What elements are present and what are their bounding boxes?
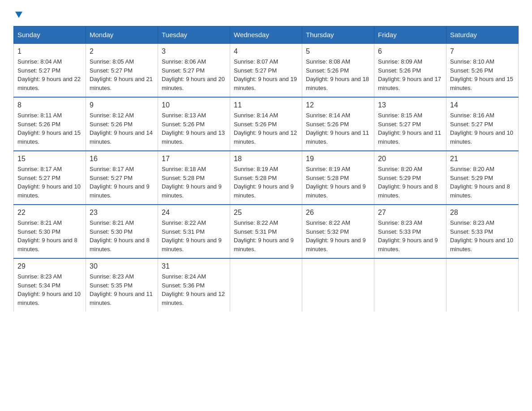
day-number: 9 (90, 101, 154, 109)
day-info: Sunrise: 8:16 AMSunset: 5:27 PMDaylight:… (450, 112, 513, 145)
calendar-cell: 2 Sunrise: 8:05 AMSunset: 5:27 PMDayligh… (86, 43, 158, 97)
day-info: Sunrise: 8:05 AMSunset: 5:27 PMDaylight:… (90, 58, 153, 91)
day-info: Sunrise: 8:17 AMSunset: 5:27 PMDaylight:… (17, 166, 81, 199)
day-number: 10 (162, 101, 226, 109)
day-number: 5 (306, 47, 370, 56)
day-info: Sunrise: 8:10 AMSunset: 5:26 PMDaylight:… (450, 58, 513, 91)
day-number: 4 (234, 47, 298, 56)
calendar-header-row: SundayMondayTuesdayWednesdayThursdayFrid… (14, 26, 519, 44)
calendar-cell: 27 Sunrise: 8:23 AMSunset: 5:33 PMDaylig… (374, 205, 446, 258)
day-info: Sunrise: 8:23 AMSunset: 5:33 PMDaylight:… (378, 219, 438, 253)
calendar-cell: 29 Sunrise: 8:23 AMSunset: 5:34 PMDaylig… (14, 258, 86, 312)
day-info: Sunrise: 8:07 AMSunset: 5:27 PMDaylight:… (234, 58, 297, 91)
logo (13, 9, 24, 17)
day-info: Sunrise: 8:22 AMSunset: 5:32 PMDaylight:… (306, 219, 366, 253)
day-number: 11 (234, 101, 298, 109)
calendar-cell: 24 Sunrise: 8:22 AMSunset: 5:31 PMDaylig… (158, 205, 230, 258)
calendar-cell: 23 Sunrise: 8:21 AMSunset: 5:30 PMDaylig… (86, 205, 158, 258)
calendar-cell: 5 Sunrise: 8:08 AMSunset: 5:26 PMDayligh… (302, 43, 374, 97)
calendar-cell: 15 Sunrise: 8:17 AMSunset: 5:27 PMDaylig… (14, 151, 86, 205)
day-info: Sunrise: 8:24 AMSunset: 5:36 PMDaylight:… (162, 273, 225, 306)
calendar-cell: 8 Sunrise: 8:11 AMSunset: 5:26 PMDayligh… (14, 97, 86, 151)
calendar-cell: 18 Sunrise: 8:19 AMSunset: 5:28 PMDaylig… (230, 151, 302, 205)
day-info: Sunrise: 8:11 AMSunset: 5:26 PMDaylight:… (17, 112, 81, 145)
calendar-cell: 7 Sunrise: 8:10 AMSunset: 5:26 PMDayligh… (446, 43, 519, 97)
calendar-cell: 11 Sunrise: 8:14 AMSunset: 5:26 PMDaylig… (230, 97, 302, 151)
day-info: Sunrise: 8:23 AMSunset: 5:33 PMDaylight:… (450, 219, 513, 253)
calendar-week-row: 15 Sunrise: 8:17 AMSunset: 5:27 PMDaylig… (14, 151, 519, 205)
calendar-cell: 31 Sunrise: 8:24 AMSunset: 5:36 PMDaylig… (158, 258, 230, 312)
day-number: 12 (306, 101, 370, 109)
calendar-cell: 14 Sunrise: 8:16 AMSunset: 5:27 PMDaylig… (446, 97, 519, 151)
calendar-cell: 13 Sunrise: 8:15 AMSunset: 5:27 PMDaylig… (374, 97, 446, 151)
day-info: Sunrise: 8:09 AMSunset: 5:26 PMDaylight:… (378, 58, 441, 91)
calendar-cell (446, 258, 519, 312)
col-header-monday: Monday (86, 26, 158, 44)
day-number: 21 (450, 155, 515, 163)
day-info: Sunrise: 8:19 AMSunset: 5:28 PMDaylight:… (234, 166, 294, 199)
calendar-cell (374, 258, 446, 312)
day-info: Sunrise: 8:17 AMSunset: 5:27 PMDaylight:… (90, 166, 150, 199)
day-number: 2 (90, 47, 154, 56)
calendar-cell: 20 Sunrise: 8:20 AMSunset: 5:29 PMDaylig… (374, 151, 446, 205)
day-number: 26 (306, 209, 370, 217)
col-header-sunday: Sunday (14, 26, 86, 44)
calendar-cell: 26 Sunrise: 8:22 AMSunset: 5:32 PMDaylig… (302, 205, 374, 258)
calendar-cell: 19 Sunrise: 8:19 AMSunset: 5:28 PMDaylig… (302, 151, 374, 205)
day-info: Sunrise: 8:08 AMSunset: 5:26 PMDaylight:… (306, 58, 369, 91)
day-number: 27 (378, 209, 442, 217)
day-info: Sunrise: 8:04 AMSunset: 5:27 PMDaylight:… (17, 58, 81, 91)
day-number: 22 (17, 209, 82, 217)
day-number: 3 (162, 47, 226, 56)
calendar-table: SundayMondayTuesdayWednesdayThursdayFrid… (13, 26, 519, 312)
day-info: Sunrise: 8:18 AMSunset: 5:28 PMDaylight:… (162, 166, 222, 199)
day-number: 30 (90, 262, 154, 270)
day-info: Sunrise: 8:20 AMSunset: 5:29 PMDaylight:… (450, 166, 510, 199)
calendar-week-row: 1 Sunrise: 8:04 AMSunset: 5:27 PMDayligh… (14, 43, 519, 97)
logo-arrow-icon (14, 10, 24, 20)
day-number: 28 (450, 209, 515, 217)
col-header-tuesday: Tuesday (158, 26, 230, 44)
day-info: Sunrise: 8:14 AMSunset: 5:26 PMDaylight:… (306, 112, 369, 145)
calendar-cell: 25 Sunrise: 8:22 AMSunset: 5:31 PMDaylig… (230, 205, 302, 258)
day-info: Sunrise: 8:20 AMSunset: 5:29 PMDaylight:… (378, 166, 438, 199)
col-header-saturday: Saturday (446, 26, 519, 44)
day-number: 29 (17, 262, 82, 270)
day-info: Sunrise: 8:23 AMSunset: 5:34 PMDaylight:… (17, 273, 81, 306)
day-info: Sunrise: 8:14 AMSunset: 5:26 PMDaylight:… (234, 112, 297, 145)
day-number: 13 (378, 101, 442, 109)
calendar-cell: 12 Sunrise: 8:14 AMSunset: 5:26 PMDaylig… (302, 97, 374, 151)
day-number: 19 (306, 155, 370, 163)
calendar-cell: 21 Sunrise: 8:20 AMSunset: 5:29 PMDaylig… (446, 151, 519, 205)
day-number: 18 (234, 155, 298, 163)
day-info: Sunrise: 8:12 AMSunset: 5:26 PMDaylight:… (90, 112, 153, 145)
day-number: 6 (378, 47, 442, 56)
calendar-cell (230, 258, 302, 312)
calendar-cell: 10 Sunrise: 8:13 AMSunset: 5:26 PMDaylig… (158, 97, 230, 151)
day-number: 17 (162, 155, 226, 163)
calendar-cell: 16 Sunrise: 8:17 AMSunset: 5:27 PMDaylig… (86, 151, 158, 205)
page-header (13, 9, 519, 17)
day-number: 8 (17, 101, 82, 109)
calendar-week-row: 22 Sunrise: 8:21 AMSunset: 5:30 PMDaylig… (14, 205, 519, 258)
day-number: 31 (162, 262, 226, 270)
calendar-week-row: 8 Sunrise: 8:11 AMSunset: 5:26 PMDayligh… (14, 97, 519, 151)
day-number: 14 (450, 101, 515, 109)
day-info: Sunrise: 8:22 AMSunset: 5:31 PMDaylight:… (162, 219, 222, 253)
day-number: 1 (17, 47, 82, 56)
calendar-cell (302, 258, 374, 312)
day-number: 25 (234, 209, 298, 217)
calendar-cell: 4 Sunrise: 8:07 AMSunset: 5:27 PMDayligh… (230, 43, 302, 97)
day-info: Sunrise: 8:19 AMSunset: 5:28 PMDaylight:… (306, 166, 366, 199)
day-info: Sunrise: 8:13 AMSunset: 5:26 PMDaylight:… (162, 112, 225, 145)
day-number: 15 (17, 155, 82, 163)
day-info: Sunrise: 8:06 AMSunset: 5:27 PMDaylight:… (162, 58, 225, 91)
day-info: Sunrise: 8:23 AMSunset: 5:35 PMDaylight:… (90, 273, 153, 306)
col-header-thursday: Thursday (302, 26, 374, 44)
svg-marker-0 (15, 12, 22, 18)
day-info: Sunrise: 8:22 AMSunset: 5:31 PMDaylight:… (234, 219, 294, 253)
day-number: 7 (450, 47, 515, 56)
day-number: 20 (378, 155, 442, 163)
calendar-week-row: 29 Sunrise: 8:23 AMSunset: 5:34 PMDaylig… (14, 258, 519, 312)
day-number: 23 (90, 209, 154, 217)
